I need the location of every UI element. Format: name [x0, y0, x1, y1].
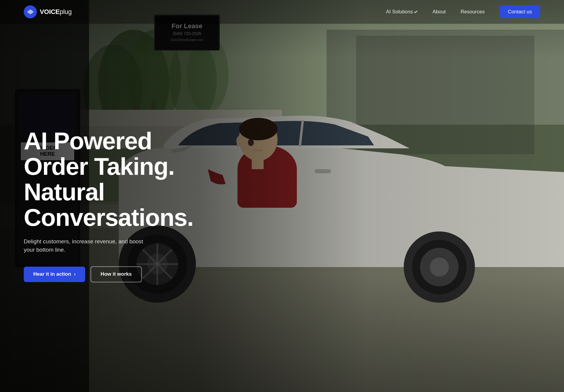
hero-title: AI Powered Order Taking. Natural Convers…	[24, 128, 193, 230]
resources-link[interactable]: Resources	[460, 9, 484, 15]
nav-about[interactable]: About	[432, 9, 446, 15]
hero-content: AI Powered Order Taking. Natural Convers…	[24, 128, 193, 282]
svg-rect-54	[28, 11, 28, 13]
arrow-right-icon: ›	[74, 272, 76, 277]
svg-rect-57	[31, 10, 32, 14]
nav-contact[interactable]: Contact us	[500, 9, 540, 15]
how-it-works-button[interactable]: How it works	[91, 266, 142, 282]
hear-it-in-action-button[interactable]: Hear it in action ›	[24, 266, 85, 282]
svg-rect-58	[32, 11, 33, 13]
hero-section: For Lease (949) 720-2535 ExecDirealEstat…	[0, 0, 564, 392]
logo[interactable]: VOICEplug	[24, 5, 72, 18]
hero-subtitle: Delight customers, increase revenue, and…	[24, 237, 148, 254]
logo-icon	[24, 5, 37, 18]
about-link[interactable]: About	[432, 9, 446, 15]
contact-button[interactable]: Contact us	[500, 5, 540, 18]
svg-rect-55	[29, 10, 30, 14]
hero-buttons: Hear it in action › How it works	[24, 266, 193, 282]
logo-text: VOICEplug	[40, 8, 72, 16]
ai-solutions-link[interactable]: AI Solutions	[386, 9, 418, 15]
nav-links: AI Solutions About Resources Contact us	[386, 9, 540, 15]
navbar: VOICEplug AI Solutions About Resources C…	[0, 0, 564, 24]
chevron-down-icon	[414, 10, 417, 13]
nav-resources[interactable]: Resources	[460, 9, 484, 15]
svg-rect-56	[30, 9, 31, 14]
nav-ai-solutions[interactable]: AI Solutions	[386, 9, 418, 15]
